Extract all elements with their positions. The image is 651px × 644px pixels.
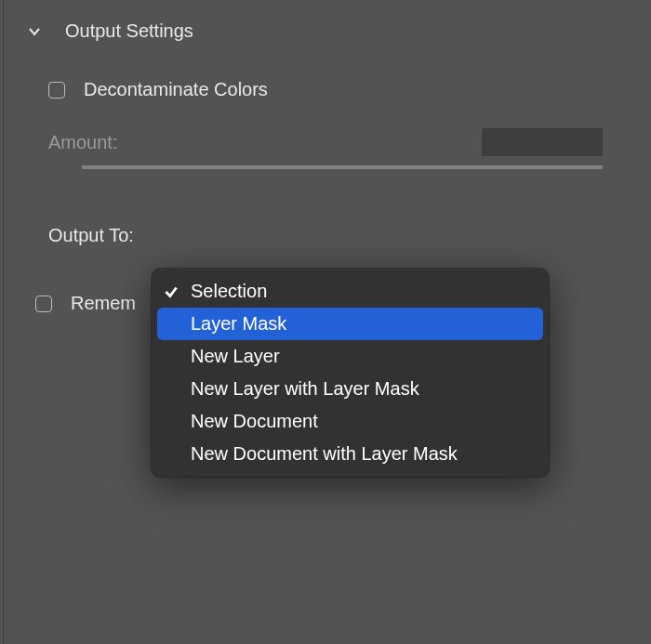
remember-settings-checkbox[interactable] xyxy=(35,296,52,312)
checkmark-icon xyxy=(163,283,191,300)
dropdown-item-label: New Document with Layer Mask xyxy=(191,443,534,465)
dropdown-item-new-layer[interactable]: New Layer xyxy=(157,340,543,373)
dropdown-item-new-document-with-layer-mask[interactable]: New Document with Layer Mask xyxy=(157,438,543,470)
dropdown-item-label: New Document xyxy=(191,411,534,432)
output-to-label: Output To: xyxy=(48,225,134,246)
dropdown-item-layer-mask[interactable]: Layer Mask xyxy=(157,308,543,340)
dropdown-item-label: Layer Mask xyxy=(191,313,534,335)
output-to-row: Output To: xyxy=(48,225,603,246)
amount-row: Amount: xyxy=(48,128,603,156)
panel-left-border xyxy=(3,0,4,644)
dropdown-item-new-document[interactable]: New Document xyxy=(157,405,543,438)
chevron-down-icon xyxy=(26,23,43,40)
dropdown-item-label: New Layer xyxy=(191,346,534,367)
decontaminate-colors-row[interactable]: Decontaminate Colors xyxy=(48,79,603,100)
amount-input[interactable] xyxy=(482,128,603,156)
section-header[interactable]: Output Settings xyxy=(0,20,651,42)
output-settings-panel: Output Settings Decontaminate Colors Amo… xyxy=(0,0,651,314)
output-to-dropdown[interactable]: Selection Layer Mask New Layer New Layer… xyxy=(152,269,549,477)
decontaminate-colors-label: Decontaminate Colors xyxy=(84,79,268,100)
dropdown-item-selection[interactable]: Selection xyxy=(157,275,543,308)
section-title: Output Settings xyxy=(65,20,193,42)
dropdown-item-new-layer-with-layer-mask[interactable]: New Layer with Layer Mask xyxy=(157,373,543,405)
decontaminate-colors-checkbox[interactable] xyxy=(48,82,65,99)
remember-settings-label: Remem xyxy=(71,293,136,314)
dropdown-item-label: Selection xyxy=(191,281,534,302)
amount-slider[interactable] xyxy=(82,165,603,169)
dropdown-item-label: New Layer with Layer Mask xyxy=(191,378,534,400)
amount-label: Amount: xyxy=(48,132,117,153)
